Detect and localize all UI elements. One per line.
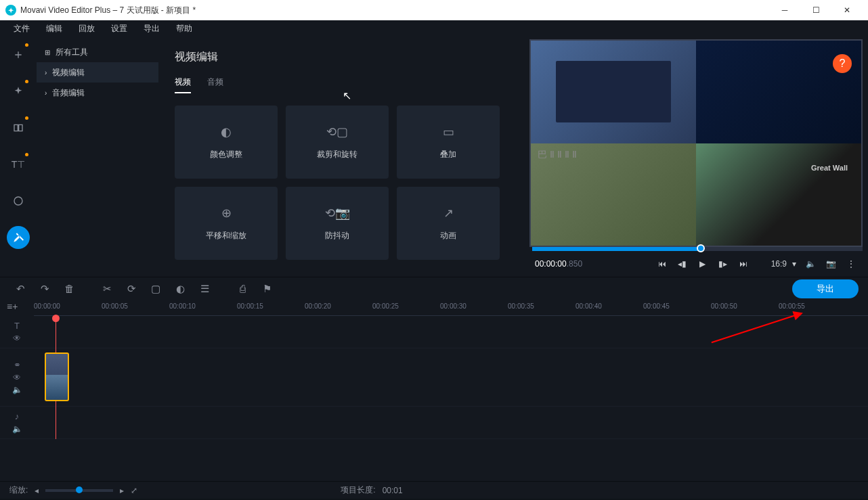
adjust-button[interactable]: ☰ [194,279,215,298]
timeline-toolbar: ↶ ↷ 🗑 ✂ ⟳ ▢ ◐ ☰ ⎙ ⚑ 导出 [0,277,868,300]
mute-icon[interactable]: 🔈 [12,385,22,394]
camera-icon: ⟲📷 [325,206,350,221]
left-dock: T⊤ [0,37,37,277]
zoom-out-button[interactable]: ◂ [35,486,39,495]
export-button[interactable]: 导出 [792,279,859,298]
menu-bar: 文件 编辑 回放 设置 导出 帮助 [0,20,868,37]
skip-start-button[interactable]: ⏮ [653,255,671,273]
menu-export[interactable]: 导出 [135,23,168,35]
ruler-tick: 00:00:45 [643,302,670,310]
ruler-tick: 00:00:50 [711,302,737,310]
video-track[interactable]: ⚭👁🔈 [0,348,868,407]
record-button[interactable]: ⎙ [232,279,253,298]
crop-icon: ⟲▢ [326,124,348,139]
link-icon[interactable]: ⚭ [14,360,21,370]
aspect-ratio[interactable]: 16:9 [771,259,787,269]
sidepanel-all-tools[interactable]: ⊞所有工具 [37,42,158,62]
video-clip[interactable] [45,353,69,401]
preview-panel: ? 00:00:00.850 ⏮ ◂▮ ▶ ▮▸ ⏭ 16:9▾ 🔈 📷 ⋮ [527,37,868,277]
overlay-icon: ▭ [443,124,454,139]
color-tool-button[interactable]: ◐ [169,279,191,298]
preview-canvas[interactable] [529,39,863,247]
card-stabilize[interactable]: ⟲📷防抖动 [286,187,389,260]
contrast-icon: ◐ [221,124,232,139]
ruler-tick: 00:00:35 [508,302,534,310]
eye-icon[interactable]: 👁 [13,373,21,382]
sidepanel-label: 音频编辑 [52,87,85,99]
sidepanel-video-edit[interactable]: ›视频编辑 [37,62,158,83]
crop-tool-button[interactable]: ▢ [145,279,167,298]
preview-seekbar[interactable] [532,247,863,251]
project-length-value: 00:01 [383,486,403,495]
close-button[interactable]: ✕ [831,0,863,20]
help-button[interactable]: ? [833,54,852,73]
menu-edit[interactable]: 编辑 [38,23,70,35]
timeline-ruler[interactable]: 00:00:0000:00:0500:00:1000:00:1500:00:20… [34,300,868,316]
eye-icon[interactable]: 👁 [13,334,21,343]
rotate-button[interactable]: ⟳ [121,279,142,298]
skip-end-button[interactable]: ⏭ [735,255,752,273]
ruler-tick: 00:00:05 [102,302,128,310]
motion-icon: ↗ [443,206,454,221]
preview-quadrant [531,41,696,143]
sidepanel-audio-edit[interactable]: ›音频编辑 [37,83,158,103]
step-back-button[interactable]: ◂▮ [674,255,691,273]
redo-button[interactable]: ↷ [34,279,56,298]
preview-timecode: 00:00:00.850 [535,259,582,269]
ruler-tick: 00:00:30 [440,302,466,310]
ruler-tick: 00:00:10 [169,302,196,310]
dock-titles[interactable]: T⊤ [7,153,30,176]
window-titlebar: ✦ Movavi Video Editor Plus – 7 天试用版 - 新项… [0,0,868,20]
ruler-tick: 00:00:25 [372,302,399,310]
menu-file[interactable]: 文件 [5,23,38,35]
mute-icon[interactable]: 🔈 [12,424,22,434]
dock-stickers[interactable] [7,189,30,212]
play-button[interactable]: ▶ [694,255,712,273]
volume-button[interactable]: 🔈 [802,255,819,273]
text-track-icon: T [14,321,20,331]
menu-help[interactable]: 帮助 [168,23,200,35]
zoom-in-button[interactable]: ▸ [120,486,124,495]
dock-more-tools[interactable] [7,226,30,249]
card-color-adjust[interactable]: ◐颜色调整 [175,106,278,179]
undo-button[interactable]: ↶ [9,279,31,298]
ruler-tick: 00:00:15 [237,302,263,310]
ruler-tick: 00:00:40 [576,302,602,310]
step-forward-button[interactable]: ▮▸ [714,255,732,273]
timeline: ≡+ 00:00:0000:00:0500:00:1000:00:1500:00… [0,300,868,481]
preview-quadrant [531,143,696,246]
delete-button[interactable]: 🗑 [58,279,80,298]
cut-button[interactable]: ✂ [96,279,118,298]
more-button[interactable]: ⋮ [842,255,860,273]
magnify-icon: ⊕ [221,206,232,221]
marker-button[interactable]: ⚑ [256,279,278,298]
tab-video[interactable]: 视频 [175,76,191,93]
project-length-label: 项目长度: [341,484,375,496]
maximize-button[interactable]: ☐ [800,0,831,20]
card-overlay[interactable]: ▭叠加 [397,106,500,179]
card-crop-rotate[interactable]: ⟲▢裁剪和旋转 [286,106,389,179]
card-pan-zoom[interactable]: ⊕平移和缩放 [175,187,278,260]
menu-playback[interactable]: 回放 [70,23,103,35]
dock-filters[interactable] [7,80,30,103]
ruler-tick: 00:00:00 [34,302,60,310]
tab-audio[interactable]: 音频 [207,76,223,93]
card-animate[interactable]: ↗动画 [397,187,500,260]
minimize-button[interactable]: ─ [769,0,800,20]
ruler-tick: 00:00:20 [305,302,331,310]
zoom-fit-button[interactable]: ⤢ [131,486,137,495]
audio-track[interactable]: ♪🔈 [0,407,868,439]
zoom-slider[interactable] [45,489,113,492]
preview-quadrant [696,143,861,246]
dock-transitions[interactable] [7,116,30,139]
dock-add-media[interactable] [7,43,30,66]
app-logo-icon: ✦ [5,5,16,16]
menu-settings[interactable]: 设置 [103,23,135,35]
status-bar: 缩放: ◂ ▸ ⤢ 项目长度: 00:01 [0,481,868,499]
add-track-button[interactable]: ≡+ [7,301,18,312]
center-title: 视频编辑 [175,50,511,64]
title-track[interactable]: T👁 [0,316,868,348]
snapshot-button[interactable]: 📷 [822,255,840,273]
center-panel: 视频编辑 视频 音频 ◐颜色调整 ⟲▢裁剪和旋转 ▭叠加 ⊕平移和缩放 ⟲📷防抖… [158,37,527,277]
music-track-icon: ♪ [15,411,20,422]
